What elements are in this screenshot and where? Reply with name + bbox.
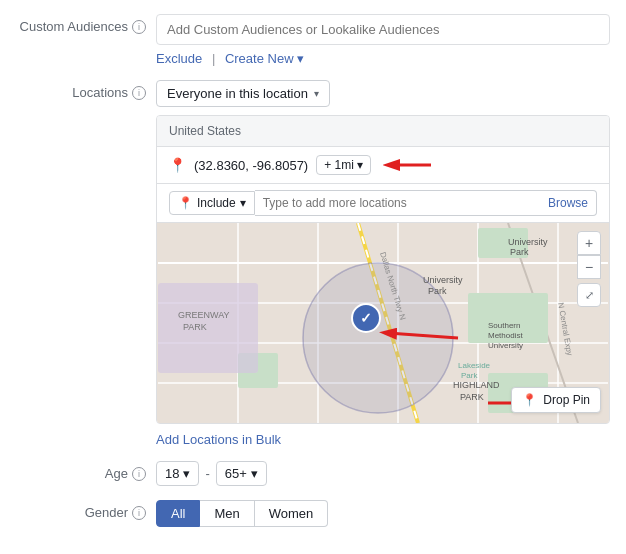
svg-text:GREENWAY: GREENWAY bbox=[178, 310, 230, 320]
audiences-links: Exclude | Create New ▾ bbox=[156, 51, 610, 66]
svg-text:University: University bbox=[423, 275, 463, 285]
expand-map-button[interactable]: ⤢ bbox=[577, 283, 601, 307]
age-label: Age i bbox=[16, 461, 156, 481]
age-min-dropdown[interactable]: 18 ▾ bbox=[156, 461, 199, 486]
svg-text:PARK: PARK bbox=[183, 322, 207, 332]
map-controls: + − ⤢ bbox=[577, 231, 601, 307]
svg-text:PARK: PARK bbox=[460, 392, 484, 402]
age-max-dropdown[interactable]: 65+ ▾ bbox=[216, 461, 267, 486]
locations-info-icon[interactable]: i bbox=[132, 86, 146, 100]
red-arrow-radius bbox=[383, 155, 433, 175]
age-row: 18 ▾ - 65+ ▾ bbox=[156, 461, 610, 486]
gender-row: All Men Women bbox=[156, 500, 610, 527]
drop-pin-icon: 📍 bbox=[522, 393, 537, 407]
svg-text:HIGHLAND: HIGHLAND bbox=[453, 380, 500, 390]
custom-audiences-input[interactable] bbox=[156, 14, 610, 45]
svg-rect-19 bbox=[158, 283, 258, 373]
svg-text:University: University bbox=[508, 237, 548, 247]
location-type-dropdown[interactable]: Everyone in this location ▾ bbox=[156, 80, 330, 107]
pin-icon: 📍 bbox=[169, 157, 186, 173]
svg-text:Southern: Southern bbox=[488, 321, 520, 330]
radius-dropdown[interactable]: + 1mi ▾ bbox=[316, 155, 371, 175]
svg-text:Lakeside: Lakeside bbox=[458, 361, 491, 370]
create-new-link[interactable]: Create New ▾ bbox=[225, 51, 304, 66]
svg-text:University: University bbox=[488, 341, 523, 350]
include-row: 📍 Include ▾ Browse bbox=[157, 184, 609, 223]
gender-women-button[interactable]: Women bbox=[255, 500, 329, 527]
svg-text:Park: Park bbox=[428, 286, 447, 296]
age-separator: - bbox=[205, 466, 209, 481]
map-container: ✓ University Park Southern Methodist Uni… bbox=[157, 223, 609, 423]
location-box: United States 📍 (32.8360, -96.8057) + 1m… bbox=[156, 115, 610, 424]
pin-include-icon: 📍 bbox=[178, 196, 193, 210]
coordinate-row: 📍 (32.8360, -96.8057) + 1mi ▾ bbox=[157, 147, 609, 184]
gender-label: Gender i bbox=[16, 500, 156, 520]
include-dropdown[interactable]: 📍 Include ▾ bbox=[169, 191, 255, 215]
svg-text:Park: Park bbox=[461, 371, 478, 380]
svg-text:Park: Park bbox=[510, 247, 529, 257]
gender-men-button[interactable]: Men bbox=[200, 500, 254, 527]
locations-label: Locations i bbox=[16, 80, 156, 100]
add-bulk-link[interactable]: Add Locations in Bulk bbox=[156, 432, 281, 447]
coordinates-text: (32.8360, -96.8057) bbox=[194, 158, 308, 173]
country-header: United States bbox=[157, 116, 609, 147]
gender-info-icon[interactable]: i bbox=[132, 506, 146, 520]
gender-all-button[interactable]: All bbox=[156, 500, 200, 527]
svg-text:Methodist: Methodist bbox=[488, 331, 523, 340]
age-info-icon[interactable]: i bbox=[132, 467, 146, 481]
browse-button[interactable]: Browse bbox=[540, 190, 597, 216]
custom-audiences-label: Custom Audiences i bbox=[16, 14, 156, 34]
svg-text:✓: ✓ bbox=[360, 310, 372, 326]
zoom-in-button[interactable]: + bbox=[577, 231, 601, 255]
custom-audiences-info-icon[interactable]: i bbox=[132, 20, 146, 34]
drop-pin-button[interactable]: 📍 Drop Pin bbox=[511, 387, 601, 413]
exclude-link[interactable]: Exclude bbox=[156, 51, 202, 66]
add-locations-input[interactable] bbox=[255, 190, 540, 216]
zoom-out-button[interactable]: − bbox=[577, 255, 601, 279]
